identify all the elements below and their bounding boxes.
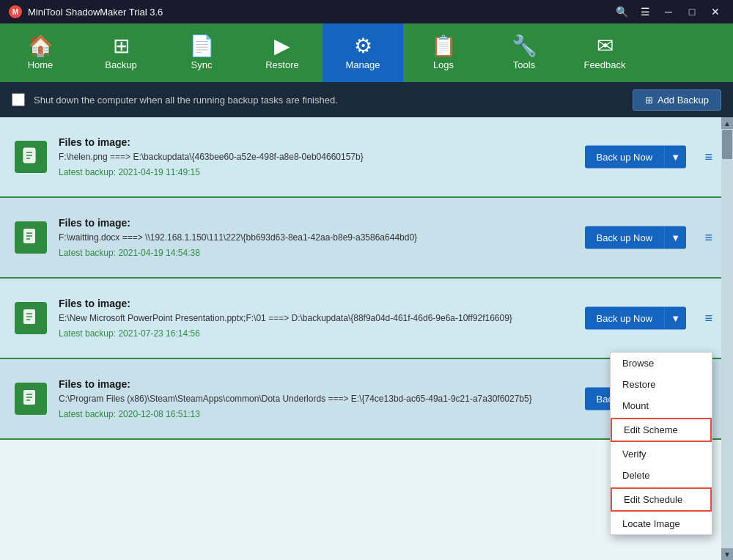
context-menu: Browse Restore Mount Edit Scheme Verify … bbox=[610, 352, 712, 535]
backup-actions-1: Back up Now ▼ bbox=[585, 146, 686, 169]
nav-manage[interactable]: ⚙ Manage bbox=[323, 23, 403, 82]
menu-icon-1[interactable]: ≡ bbox=[704, 150, 712, 165]
backup-now-button-2[interactable]: Back up Now bbox=[585, 226, 665, 249]
context-edit-scheme[interactable]: Edit Scheme bbox=[611, 418, 712, 442]
nav-restore[interactable]: ▶ Restore bbox=[242, 23, 323, 82]
add-backup-label: Add Backup bbox=[658, 95, 709, 106]
backup-file-icon-2 bbox=[15, 221, 47, 254]
window-controls: 🔍 ☰ ─ □ ✕ bbox=[613, 3, 724, 21]
backup-item-1: Files to image: F:\helen.png ===> E:\bac… bbox=[0, 117, 721, 198]
backup-date-2: Latest backup: 2021-04-19 14:54:38 bbox=[59, 248, 710, 258]
context-verify[interactable]: Verify bbox=[611, 443, 712, 465]
main-content: Files to image: F:\helen.png ===> E:\bac… bbox=[0, 117, 733, 560]
search-button[interactable]: 🔍 bbox=[613, 3, 630, 21]
backup-now-button-1[interactable]: Back up Now bbox=[585, 146, 665, 169]
manage-icon: ⚙ bbox=[354, 36, 372, 56]
close-button[interactable]: ✕ bbox=[707, 3, 724, 21]
logs-icon: 📋 bbox=[431, 36, 457, 56]
nav-tools-label: Tools bbox=[513, 59, 535, 70]
nav-tools[interactable]: 🔧 Tools bbox=[484, 23, 564, 82]
shutdown-checkbox[interactable] bbox=[12, 93, 25, 106]
nav-feedback[interactable]: ✉ Feedback bbox=[564, 23, 645, 82]
backup-dropdown-1[interactable]: ▼ bbox=[664, 146, 686, 169]
nav-logs-label: Logs bbox=[433, 59, 454, 70]
nav-sync[interactable]: 📄 Sync bbox=[161, 23, 242, 82]
scrollbar[interactable]: ▲ ▼ bbox=[721, 117, 733, 560]
backup-dropdown-3[interactable]: ▼ bbox=[664, 307, 686, 330]
backup-date-1: Latest backup: 2021-04-19 11:49:15 bbox=[59, 167, 710, 177]
shutdown-label: Shut down the computer when all the runn… bbox=[34, 95, 624, 106]
menu-icon-3[interactable]: ≡ bbox=[704, 311, 712, 326]
nav-sync-label: Sync bbox=[191, 59, 213, 70]
nav-logs[interactable]: 📋 Logs bbox=[403, 23, 484, 82]
backup-actions-3: Back up Now ▼ bbox=[585, 307, 686, 330]
home-icon: 🏠 bbox=[28, 36, 54, 56]
menu-icon-2[interactable]: ≡ bbox=[704, 230, 712, 246]
app-title: MiniTool ShadowMaker Trial 3.6 bbox=[28, 7, 613, 18]
scrollbar-up[interactable]: ▲ bbox=[721, 117, 733, 129]
maximize-button[interactable]: □ bbox=[683, 3, 701, 21]
app-logo: M bbox=[9, 5, 22, 18]
context-mount[interactable]: Mount bbox=[611, 395, 712, 416]
context-delete[interactable]: Delete bbox=[611, 465, 712, 486]
context-edit-schedule[interactable]: Edit Schedule bbox=[611, 487, 712, 512]
nav-backup-label: Backup bbox=[105, 59, 136, 70]
nav-bar: 🏠 Home ⊞ Backup 📄 Sync ▶ Restore ⚙ Manag… bbox=[0, 23, 733, 82]
toolbar: Shut down the computer when all the runn… bbox=[0, 82, 733, 117]
add-backup-button[interactable]: ⊞ Add Backup bbox=[633, 89, 721, 111]
nav-backup[interactable]: ⊞ Backup bbox=[81, 23, 161, 82]
sync-icon: 📄 bbox=[189, 36, 215, 56]
backup-file-icon-1 bbox=[15, 141, 47, 173]
title-bar: M MiniTool ShadowMaker Trial 3.6 🔍 ☰ ─ □… bbox=[0, 0, 733, 23]
backup-now-button-3[interactable]: Back up Now bbox=[585, 307, 665, 330]
minimize-button[interactable]: ─ bbox=[660, 3, 677, 21]
backup-item-2: Files to image: F:\waitting.docx ===> \\… bbox=[0, 198, 721, 279]
backup-icon: ⊞ bbox=[113, 36, 130, 56]
scrollbar-down[interactable]: ▼ bbox=[721, 548, 733, 560]
backup-file-icon-4 bbox=[15, 383, 47, 415]
backup-dropdown-2[interactable]: ▼ bbox=[664, 226, 686, 249]
nav-home-label: Home bbox=[28, 59, 54, 70]
backup-date-3: Latest backup: 2021-07-23 16:14:56 bbox=[59, 328, 710, 339]
menu-button[interactable]: ☰ bbox=[636, 3, 654, 21]
backup-item-3: Files to image: E:\New Microsoft PowerPo… bbox=[0, 279, 721, 359]
feedback-icon: ✉ bbox=[597, 36, 614, 56]
restore-icon: ▶ bbox=[274, 36, 290, 56]
backup-file-icon-3 bbox=[15, 302, 47, 334]
context-restore[interactable]: Restore bbox=[611, 374, 712, 395]
context-browse[interactable]: Browse bbox=[611, 353, 712, 374]
add-backup-icon: ⊞ bbox=[645, 95, 653, 106]
nav-home[interactable]: 🏠 Home bbox=[0, 23, 81, 82]
context-locate-image[interactable]: Locate Image bbox=[611, 513, 712, 534]
backup-actions-2: Back up Now ▼ bbox=[585, 226, 686, 249]
tools-icon: 🔧 bbox=[512, 36, 537, 56]
scrollbar-track[interactable] bbox=[721, 129, 733, 548]
nav-feedback-label: Feedback bbox=[583, 59, 625, 70]
nav-restore-label: Restore bbox=[265, 59, 299, 70]
scrollbar-thumb[interactable] bbox=[722, 130, 732, 159]
nav-manage-label: Manage bbox=[346, 59, 380, 70]
